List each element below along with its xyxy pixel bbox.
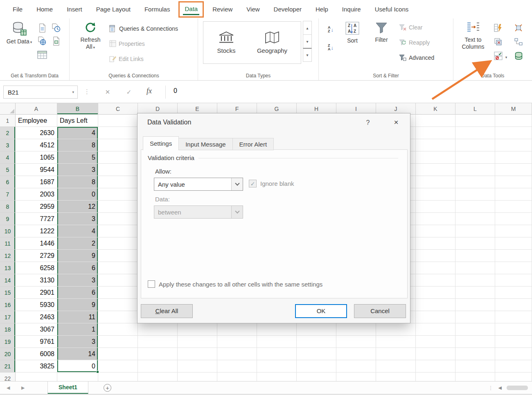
consolidate-button[interactable] — [513, 23, 524, 33]
cell-H21[interactable] — [297, 360, 336, 372]
ok-button[interactable]: OK — [295, 304, 347, 318]
from-web-button[interactable] — [37, 36, 47, 46]
cell-C15[interactable] — [98, 287, 138, 299]
cell-C3[interactable] — [98, 139, 138, 151]
cell-A12[interactable]: 2729 — [16, 250, 57, 262]
cell-B9[interactable]: 3 — [57, 213, 98, 225]
cell-D19[interactable] — [138, 336, 178, 348]
cell-C10[interactable] — [98, 225, 138, 237]
cell-I22[interactable] — [336, 372, 376, 381]
cell-I20[interactable] — [336, 348, 376, 360]
gallery-scroll-up-button[interactable]: ▴ — [303, 21, 312, 35]
cell-M4[interactable] — [495, 151, 532, 164]
cell-M18[interactable] — [495, 323, 532, 336]
cell-K21[interactable] — [416, 360, 455, 372]
cell-M3[interactable] — [495, 139, 532, 151]
cell-B3[interactable]: 8 — [57, 139, 98, 151]
cell-M1[interactable] — [495, 115, 532, 127]
row-header-16[interactable]: 16 — [0, 299, 16, 311]
cell-K13[interactable] — [416, 262, 455, 274]
cell-B4[interactable]: 5 — [57, 151, 98, 164]
column-header-K[interactable]: K — [416, 103, 455, 115]
cell-A14[interactable]: 3130 — [16, 274, 57, 287]
cell-L5[interactable] — [455, 164, 495, 176]
cell-M19[interactable] — [495, 336, 532, 348]
cell-J18[interactable] — [376, 323, 416, 336]
cell-B15[interactable]: 6 — [57, 287, 98, 299]
cell-G18[interactable] — [257, 323, 297, 336]
cell-C5[interactable] — [98, 164, 138, 176]
cell-M22[interactable] — [495, 372, 532, 381]
cell-B22[interactable] — [57, 372, 98, 381]
cell-C22[interactable] — [98, 372, 138, 381]
cell-C12[interactable] — [98, 250, 138, 262]
cell-A13[interactable]: 6258 — [16, 262, 57, 274]
data-dropdown[interactable]: between — [154, 205, 243, 219]
cell-C21[interactable] — [98, 360, 138, 372]
recent-sources-button[interactable] — [51, 23, 61, 33]
existing-connections-button[interactable] — [51, 36, 61, 46]
cell-K3[interactable] — [416, 139, 455, 151]
clear-filter-button[interactable]: Clear — [399, 24, 422, 31]
column-header-M[interactable]: M — [495, 103, 532, 115]
tab-file[interactable]: File — [6, 1, 29, 17]
cell-A22[interactable] — [16, 372, 57, 381]
cell-K16[interactable] — [416, 299, 455, 311]
cell-A5[interactable]: 9544 — [16, 164, 57, 176]
queries-connections-button[interactable]: Queries & Connections — [109, 25, 178, 32]
cell-D20[interactable] — [138, 348, 178, 360]
cell-A18[interactable]: 3067 — [16, 323, 57, 336]
cell-M13[interactable] — [495, 262, 532, 274]
cell-K15[interactable] — [416, 287, 455, 299]
cell-L1[interactable] — [455, 115, 495, 127]
cell-A1[interactable]: Employee — [16, 115, 57, 127]
tab-inquire[interactable]: Inquire — [335, 1, 368, 17]
cell-L17[interactable] — [455, 311, 495, 323]
tab-settings[interactable]: Settings — [143, 136, 179, 150]
cell-G22[interactable] — [257, 372, 297, 381]
column-header-C[interactable]: C — [98, 103, 138, 115]
gallery-scroll-down-button[interactable]: ▾ — [303, 34, 312, 48]
cell-F20[interactable] — [217, 348, 257, 360]
clear-all-button[interactable]: Clear All — [141, 304, 193, 318]
tab-view[interactable]: View — [239, 1, 266, 17]
relationships-button[interactable] — [513, 36, 524, 47]
from-text-csv-button[interactable] — [37, 23, 47, 33]
cancel-entry-button[interactable]: ✕ — [101, 87, 115, 97]
cell-K10[interactable] — [416, 225, 455, 237]
row-header-4[interactable]: 4 — [0, 151, 16, 164]
row-header-19[interactable]: 19 — [0, 336, 16, 348]
cell-B21[interactable]: 0 — [57, 360, 98, 372]
sheet-tab-sheet1[interactable]: Sheet1 — [47, 381, 88, 394]
cell-K2[interactable] — [416, 127, 455, 139]
cell-B12[interactable]: 9 — [57, 250, 98, 262]
cell-F22[interactable] — [217, 372, 257, 381]
cell-A21[interactable]: 3825 — [16, 360, 57, 372]
cell-C20[interactable] — [98, 348, 138, 360]
sheet-nav-right-button[interactable]: ▶ — [21, 385, 25, 390]
row-header-12[interactable]: 12 — [0, 250, 16, 262]
cell-M10[interactable] — [495, 225, 532, 237]
cell-A16[interactable]: 5930 — [16, 299, 57, 311]
tab-data[interactable]: Data — [178, 1, 204, 18]
tab-page-layout[interactable]: Page Layout — [89, 1, 138, 17]
cell-C19[interactable] — [98, 336, 138, 348]
properties-button[interactable]: Properties — [109, 40, 145, 47]
cell-B5[interactable]: 3 — [57, 164, 98, 176]
row-header-2[interactable]: 2 — [0, 127, 16, 139]
cell-A10[interactable]: 1222 — [16, 225, 57, 237]
chevron-down-icon[interactable] — [231, 206, 243, 218]
cell-H22[interactable] — [297, 372, 336, 381]
tab-developer[interactable]: Developer — [267, 1, 309, 17]
data-validation-caret[interactable]: ▾ — [503, 52, 508, 63]
cancel-button[interactable]: Cancel — [354, 304, 406, 318]
ignore-blank-checkbox[interactable]: ✓ Ignore blank — [249, 180, 294, 187]
cell-M6[interactable] — [495, 176, 532, 188]
cell-A2[interactable]: 2630 — [16, 127, 57, 139]
cell-C8[interactable] — [98, 201, 138, 213]
cell-B16[interactable]: 9 — [57, 299, 98, 311]
cell-M8[interactable] — [495, 201, 532, 213]
sort-ascending-button[interactable]: AZ↓ — [324, 24, 338, 35]
sheetbar-splitter[interactable]: ⋮ — [488, 385, 494, 391]
filter-button[interactable]: Filter — [370, 22, 393, 43]
